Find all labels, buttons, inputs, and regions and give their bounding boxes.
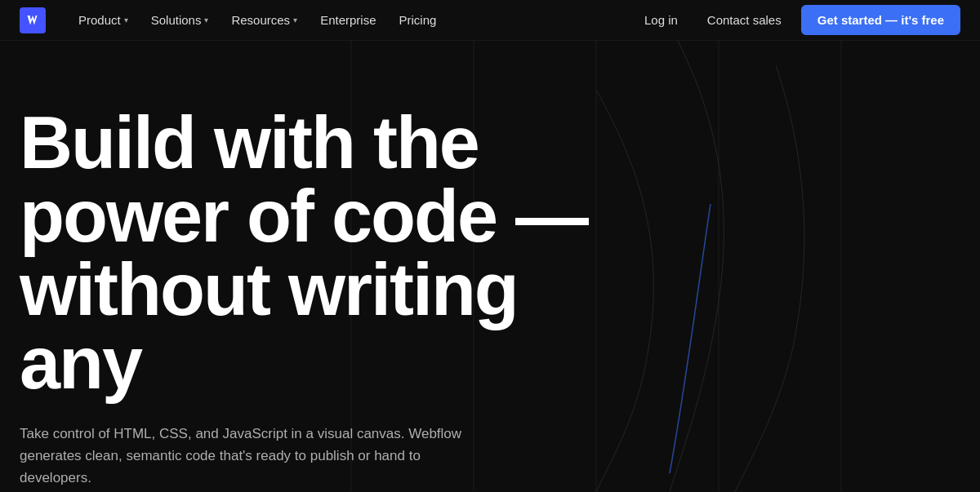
contact-sales-link[interactable]: Contact sales [697,8,791,32]
hero-content: Build with the power of code — without w… [0,41,596,492]
hero-section: Build with the power of code — without w… [0,41,980,492]
nav-item-solutions[interactable]: Solutions ▾ [141,8,219,32]
navbar: Product ▾ Solutions ▾ Resources ▾ Enterp… [0,0,980,41]
logo-link[interactable] [20,7,46,33]
nav-item-product[interactable]: Product ▾ [69,8,138,32]
hero-subheadline: Take control of HTML, CSS, and JavaScrip… [20,423,493,490]
webflow-logo-icon [20,7,46,33]
chevron-down-icon: ▾ [204,16,208,24]
hero-headline: Build with the power of code — without w… [20,106,596,400]
nav-item-pricing[interactable]: Pricing [390,8,447,32]
get-started-button[interactable]: Get started — it's free [801,5,960,35]
chevron-down-icon: ▾ [124,16,128,24]
svg-rect-0 [20,7,46,33]
login-link[interactable]: Log in [635,8,688,32]
nav-links: Product ▾ Solutions ▾ Resources ▾ Enterp… [69,8,635,32]
nav-item-resources[interactable]: Resources ▾ [221,8,307,32]
nav-right: Log in Contact sales Get started — it's … [635,5,960,35]
chevron-down-icon: ▾ [293,16,297,24]
nav-item-enterprise[interactable]: Enterprise [310,8,385,32]
